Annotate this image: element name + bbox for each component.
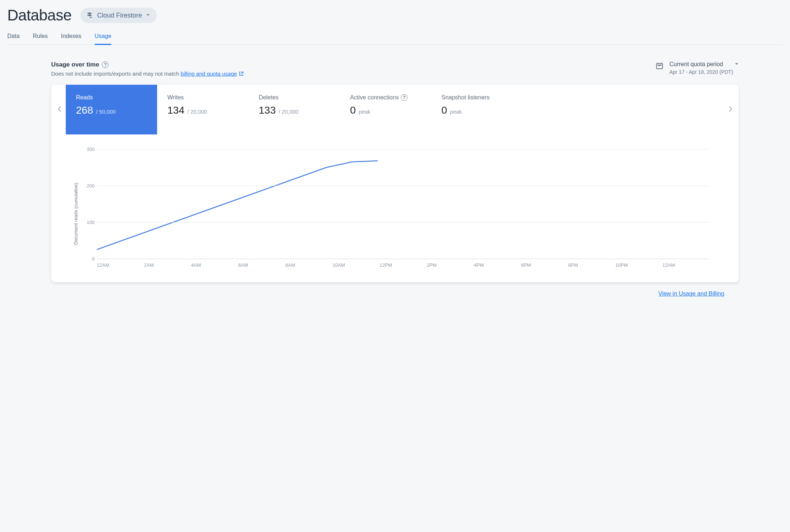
help-icon[interactable]: ? xyxy=(102,61,109,68)
period-selector[interactable]: Current quota period xyxy=(669,61,739,68)
ytick-label: 300 xyxy=(81,147,95,152)
metric-suffix: peak xyxy=(359,109,371,115)
metric-suffix: peak xyxy=(450,109,462,115)
ytick-label: 100 xyxy=(81,220,95,225)
caret-down-icon xyxy=(734,61,739,68)
xtick-label: 8AM xyxy=(285,262,333,268)
xtick-label: 12AM xyxy=(662,262,710,268)
usage-card: Reads268/ 50,000Writes134/ 20,000Deletes… xyxy=(51,85,739,282)
period-range: Apr 17 - Apr 18, 2020 (PDT) xyxy=(669,69,739,75)
gridline xyxy=(97,222,710,223)
metric-value: 133 xyxy=(259,104,276,116)
xtick-label: 6PM xyxy=(521,262,568,268)
tab-rules[interactable]: Rules xyxy=(33,29,48,45)
xtick-label: 10AM xyxy=(333,262,380,268)
xtick-label: 12PM xyxy=(380,262,427,268)
svg-rect-1 xyxy=(658,65,662,66)
view-usage-billing-link[interactable]: View in Usage and Billing xyxy=(658,290,724,297)
metric-snapshot-listeners[interactable]: Snapshot listeners0peak xyxy=(431,85,523,134)
svg-rect-0 xyxy=(657,64,663,69)
metrics-next-button[interactable] xyxy=(724,102,737,117)
xtick-label: 10PM xyxy=(615,262,662,268)
metric-value: 0 xyxy=(441,104,447,116)
metric-suffix: / 20,000 xyxy=(279,109,299,115)
help-icon[interactable]: ? xyxy=(401,94,407,101)
chart-line xyxy=(97,161,378,250)
metric-suffix: / 50,000 xyxy=(96,109,116,115)
metric-label: Deletes xyxy=(259,94,330,101)
tab-data[interactable]: Data xyxy=(7,29,20,45)
database-selector[interactable]: Cloud Firestore xyxy=(80,8,157,23)
metric-writes[interactable]: Writes134/ 20,000 xyxy=(157,85,248,134)
section-subtitle: Does not include imports/exports and may… xyxy=(51,71,244,77)
ytick-label: 200 xyxy=(81,183,95,189)
xtick-label: 6AM xyxy=(238,262,285,268)
xtick-label: 8PM xyxy=(568,262,615,268)
external-link-icon xyxy=(239,71,244,77)
gridline xyxy=(97,259,710,259)
metric-deletes[interactable]: Deletes133/ 20,000 xyxy=(248,85,340,134)
xtick-label: 2PM xyxy=(427,262,474,268)
section-title: Usage over time xyxy=(51,61,99,68)
metric-label: Writes xyxy=(167,94,238,101)
metric-suffix: / 20,000 xyxy=(187,109,207,115)
xtick-label: 2AM xyxy=(144,262,191,268)
metric-label: Snapshot listeners xyxy=(441,94,512,101)
calendar-icon xyxy=(656,62,664,71)
page-title: Database xyxy=(7,7,72,24)
ytick-label: 0 xyxy=(81,256,95,262)
metric-reads[interactable]: Reads268/ 50,000 xyxy=(66,85,157,134)
firestore-icon xyxy=(86,11,94,19)
tab-indexes[interactable]: Indexes xyxy=(61,29,81,45)
gridline xyxy=(97,149,710,149)
chart-ylabel: Document reads (cumulative) xyxy=(73,149,79,268)
gridline xyxy=(97,186,710,186)
tabs: Data Rules Indexes Usage xyxy=(7,29,783,45)
metric-value: 134 xyxy=(167,104,185,116)
metric-value: 0 xyxy=(350,104,356,116)
xtick-label: 12AM xyxy=(97,262,144,268)
metric-label: Active connections? xyxy=(350,94,421,101)
xtick-label: 4AM xyxy=(191,262,238,268)
metric-active-connections[interactable]: Active connections?0peak xyxy=(340,85,431,134)
metric-value: 268 xyxy=(76,104,93,116)
xtick-label: 4PM xyxy=(474,262,521,268)
caret-down-icon xyxy=(146,12,150,18)
billing-quota-link[interactable]: billing and quota usage xyxy=(181,71,237,77)
metric-label: Reads xyxy=(76,94,147,101)
database-selector-label: Cloud Firestore xyxy=(97,12,142,19)
period-label: Current quota period xyxy=(669,61,723,68)
metrics-prev-button[interactable] xyxy=(53,102,66,117)
tab-usage[interactable]: Usage xyxy=(95,29,111,45)
